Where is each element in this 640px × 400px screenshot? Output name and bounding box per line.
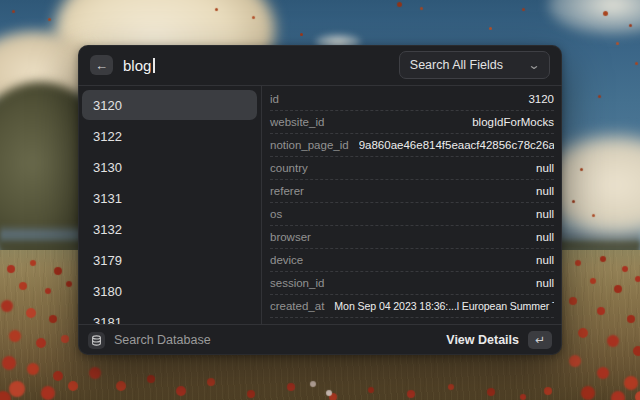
list-item[interactable]: 3132 bbox=[82, 214, 257, 244]
detail-value: null bbox=[536, 185, 554, 197]
list-item[interactable]: 3181 bbox=[82, 307, 257, 324]
search-input[interactable]: blog bbox=[123, 57, 155, 74]
search-bar: ← blog Search All Fields ⌄ bbox=[78, 45, 562, 86]
screen: ← blog Search All Fields ⌄ 3120 3122 313… bbox=[0, 0, 640, 400]
launcher-window: ← blog Search All Fields ⌄ 3120 3122 313… bbox=[78, 45, 562, 355]
detail-row: website_id blogIdForMocks bbox=[270, 111, 554, 134]
detail-value: null bbox=[536, 208, 554, 220]
view-details-button[interactable]: View Details bbox=[446, 333, 519, 347]
detail-row: id 3120 bbox=[270, 88, 554, 111]
detail-value: null bbox=[536, 254, 554, 266]
detail-value: 9a860ae46e814f5eaacf42856c78c26a bbox=[359, 139, 554, 151]
chevron-down-icon: ⌄ bbox=[527, 59, 540, 71]
detail-label: notion_page_id bbox=[270, 139, 349, 151]
poppy-flowers bbox=[0, 0, 6, 6]
list-item[interactable]: 3179 bbox=[82, 245, 257, 275]
detail-label: session_id bbox=[270, 277, 324, 289]
result-list: 3120 3122 3130 3131 3132 3179 3180 3181 bbox=[78, 86, 262, 324]
detail-value: null bbox=[536, 277, 554, 289]
detail-label: country bbox=[270, 162, 308, 174]
detail-label: created_at bbox=[270, 300, 324, 312]
back-arrow-icon: ← bbox=[95, 58, 108, 73]
list-item[interactable]: 3122 bbox=[82, 121, 257, 151]
detail-value: Mon Sep 04 2023 18:36:...l European Summ… bbox=[334, 300, 554, 312]
detail-label: os bbox=[270, 208, 282, 220]
detail-row: country null bbox=[270, 157, 554, 180]
detail-row: device null bbox=[270, 249, 554, 272]
detail-row: browser null bbox=[270, 226, 554, 249]
detail-value: 3120 bbox=[528, 93, 554, 105]
back-button[interactable]: ← bbox=[90, 55, 113, 75]
detail-row: created_at Mon Sep 04 2023 18:36:...l Eu… bbox=[270, 295, 554, 318]
detail-label: device bbox=[270, 254, 303, 266]
detail-value: null bbox=[536, 162, 554, 174]
list-item[interactable]: 3131 bbox=[82, 183, 257, 213]
list-item[interactable]: 3180 bbox=[82, 276, 257, 306]
detail-row: session_id null bbox=[270, 272, 554, 295]
detail-value: null bbox=[536, 231, 554, 243]
list-item[interactable]: 3120 bbox=[82, 90, 257, 120]
detail-row: os null bbox=[270, 203, 554, 226]
detail-label: referer bbox=[270, 185, 304, 197]
dropdown-selected-label: Search All Fields bbox=[410, 58, 503, 72]
detail-row: referer null bbox=[270, 180, 554, 203]
action-bar: Search Database View Details ↵ bbox=[78, 324, 562, 355]
detail-value: blogIdForMocks bbox=[472, 116, 554, 128]
detail-label: id bbox=[270, 93, 279, 105]
command-name-label: Search Database bbox=[114, 333, 211, 347]
detail-row: notion_page_id 9a860ae46e814f5eaacf42856… bbox=[270, 134, 554, 157]
detail-label: website_id bbox=[270, 116, 324, 128]
enter-key-badge[interactable]: ↵ bbox=[528, 331, 552, 349]
list-item[interactable]: 3130 bbox=[82, 152, 257, 182]
detail-panel: id 3120 website_id blogIdForMocks notion… bbox=[262, 86, 562, 324]
results-area: 3120 3122 3130 3131 3132 3179 3180 3181 … bbox=[78, 86, 562, 324]
detail-label: browser bbox=[270, 231, 311, 243]
enter-key-icon: ↵ bbox=[535, 333, 545, 347]
database-icon bbox=[88, 332, 105, 349]
search-scope-dropdown[interactable]: Search All Fields ⌄ bbox=[399, 51, 550, 79]
